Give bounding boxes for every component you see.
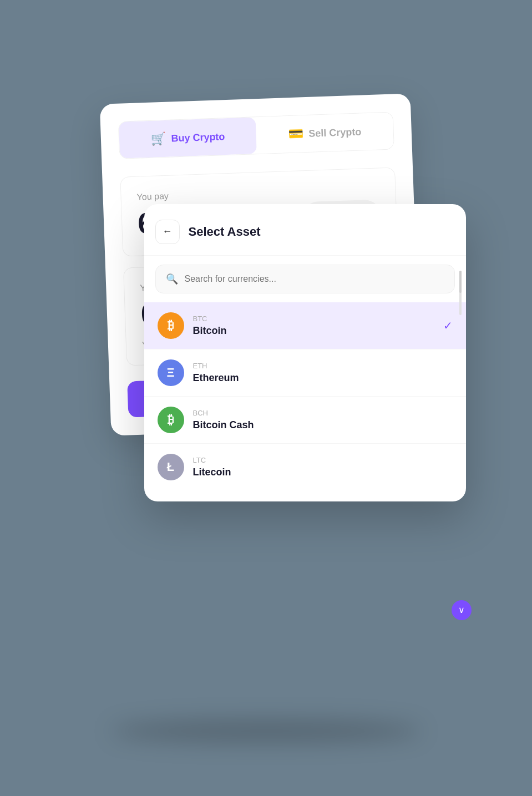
tab-buy[interactable]: 🛒 Buy Crypto <box>118 117 256 159</box>
btc-icon: ₿ <box>158 312 184 339</box>
scrollbar[interactable] <box>459 271 462 315</box>
bch-ticker: BCH <box>193 409 453 417</box>
sell-icon: 💳 <box>287 126 303 141</box>
check-icon: ✓ <box>443 319 453 332</box>
buy-icon: 🛒 <box>150 131 166 146</box>
side-chevron-icon[interactable]: ∨ <box>452 600 472 620</box>
bch-name: Bitcoin Cash <box>193 419 453 431</box>
tab-bar: 🛒 Buy Crypto 💳 Sell Crypto <box>118 111 394 159</box>
dropdown-title: Select Asset <box>189 225 261 239</box>
asset-item-ltc[interactable]: Ł LTC Litecoin <box>144 444 466 490</box>
asset-dropdown: ← Select Asset 🔍 ₿ BTC Bitcoin ✓ Ξ <box>144 204 466 501</box>
tab-buy-label: Buy Crypto <box>171 130 225 144</box>
search-input[interactable] <box>185 274 444 284</box>
dropdown-header: ← Select Asset <box>144 204 466 256</box>
eth-name: Ethereum <box>193 372 453 384</box>
bch-icon: ₿ <box>158 407 184 433</box>
search-icon: 🔍 <box>166 273 178 285</box>
search-bar: 🔍 <box>155 265 455 293</box>
asset-item-btc[interactable]: ₿ BTC Bitcoin ✓ <box>144 302 466 349</box>
btc-name: Bitcoin <box>193 325 443 337</box>
eth-info: ETH Ethereum <box>193 362 453 384</box>
ltc-info: LTC Litecoin <box>193 456 453 478</box>
ltc-icon: Ł <box>158 454 184 480</box>
asset-item-eth[interactable]: Ξ ETH Ethereum <box>144 349 466 397</box>
scroll-thumb <box>459 271 462 293</box>
drop-shadow <box>111 720 422 742</box>
btc-info: BTC Bitcoin <box>193 315 443 337</box>
btc-ticker: BTC <box>193 315 443 323</box>
ltc-ticker: LTC <box>193 456 453 464</box>
tab-sell-label: Sell Crypto <box>308 126 361 139</box>
back-arrow-icon: ← <box>163 226 173 237</box>
asset-item-bch[interactable]: ₿ BCH Bitcoin Cash <box>144 397 466 444</box>
back-button[interactable]: ← <box>155 220 180 244</box>
eth-icon: Ξ <box>158 359 184 386</box>
eth-ticker: ETH <box>193 362 453 370</box>
tab-sell[interactable]: 💳 Sell Crypto <box>255 112 393 154</box>
asset-list: ₿ BTC Bitcoin ✓ Ξ ETH Ethereum ₿ BCH <box>144 302 466 501</box>
ltc-name: Litecoin <box>193 467 453 478</box>
bch-info: BCH Bitcoin Cash <box>193 409 453 431</box>
